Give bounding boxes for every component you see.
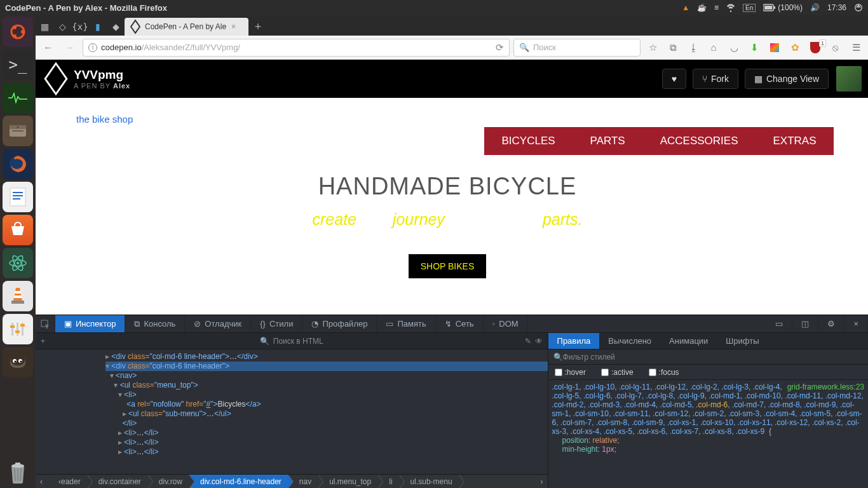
css-rules[interactable]: grid-framework.less:23 .col-lg-1, .col-l… xyxy=(548,380,868,488)
launcher-firefox[interactable] xyxy=(3,149,33,179)
svg-rect-11 xyxy=(12,130,24,132)
pinned-tab-3[interactable]: {x} xyxy=(71,18,89,36)
nav-extras[interactable]: EXTRAS xyxy=(773,135,816,147)
reload-icon[interactable]: ⟳ xyxy=(496,42,504,53)
tab-close-icon[interactable]: × xyxy=(231,22,236,31)
nav-parts[interactable]: PARTS xyxy=(590,135,625,147)
pseudo-hover[interactable]: :hover xyxy=(555,368,586,377)
breadcrumb-next[interactable]: › xyxy=(536,477,548,486)
launcher-files[interactable] xyxy=(3,116,33,146)
tab-memory[interactable]: ▭ Память xyxy=(377,315,435,332)
devtools-dock-icon[interactable]: ◫ xyxy=(792,315,818,332)
change-view-button[interactable]: ▦Change View xyxy=(745,69,829,89)
tab-dom[interactable]: ◦ DOM xyxy=(484,315,528,332)
ext-noscript-icon[interactable]: ⦸ xyxy=(827,42,844,53)
breadcrumb-item[interactable]: ‹eader xyxy=(47,475,87,488)
back-button[interactable]: ← xyxy=(39,39,57,57)
rules-tab-fonts[interactable]: Шрифты xyxy=(717,333,768,349)
wifi-icon[interactable] xyxy=(726,3,735,12)
pinned-tab-5[interactable]: ◆ xyxy=(107,18,125,36)
url-bar[interactable]: i codepen.io/AleksanderZ/full/YVVpmg/ ⟳ xyxy=(83,39,510,57)
pinned-tab-1[interactable]: ▦ xyxy=(36,18,53,36)
pseudo-active[interactable]: :active xyxy=(601,368,634,377)
pinned-tab-2[interactable]: ◇ xyxy=(53,18,71,36)
library-icon[interactable]: ⧉ xyxy=(665,42,681,53)
info-icon[interactable]: i xyxy=(88,43,97,52)
rules-tab-anim[interactable]: Анимации xyxy=(660,333,717,349)
rules-tab-rules[interactable]: Правила xyxy=(548,333,600,349)
pinned-tab-4[interactable]: ▮ xyxy=(89,18,107,36)
home-icon[interactable]: ⌂ xyxy=(705,42,722,53)
edit-html-icon[interactable]: ✎ xyxy=(525,337,531,346)
launcher-atom[interactable] xyxy=(3,248,33,278)
breadcrumb-item[interactable]: ul.sub-menu xyxy=(399,475,459,488)
volume-icon[interactable]: 🔊 xyxy=(810,3,820,12)
launcher-gimp[interactable] xyxy=(3,347,33,377)
launcher-software[interactable] xyxy=(3,215,33,245)
tab-profiler[interactable]: ◔ Профайлер xyxy=(302,315,377,332)
launcher-vlc[interactable] xyxy=(3,281,33,311)
menu-icon[interactable]: ≡ xyxy=(714,3,719,12)
fork-button[interactable]: ⑂Fork xyxy=(693,69,738,89)
rules-tab-computed[interactable]: Вычислено xyxy=(599,333,660,349)
avatar[interactable] xyxy=(836,66,862,92)
battery-indicator[interactable]: (100%) xyxy=(763,3,803,12)
launcher-mixer[interactable] xyxy=(3,314,33,344)
devtools-settings-icon[interactable]: ⚙ xyxy=(818,315,844,332)
caffeine-icon[interactable]: ☕ xyxy=(697,3,707,12)
devtools-close-icon[interactable]: × xyxy=(844,315,868,332)
launcher-ubuntu[interactable] xyxy=(3,17,33,47)
clock[interactable]: 17:36 xyxy=(827,3,846,12)
picker-button[interactable] xyxy=(36,315,55,332)
html-tree[interactable]: ▸ <div class="col-md-6 line-header">…</d… xyxy=(36,349,548,474)
breadcrumb-item-active[interactable]: div.col-md-6.line-header xyxy=(189,475,288,488)
shop-bikes-button[interactable]: SHOP BIKES xyxy=(409,254,487,278)
html-search-bar[interactable]: + 🔍 Поиск в HTML ✎ 👁 xyxy=(36,333,548,349)
nav-bicycles[interactable]: BICYCLES xyxy=(501,135,555,147)
pseudo-focus[interactable]: :focus xyxy=(649,368,679,377)
vlc-tray-icon[interactable]: ▲ xyxy=(682,3,689,12)
styles-filter[interactable]: 🔍 Фильтр стилей xyxy=(548,349,868,365)
ext-arrow-icon[interactable]: ⬇ xyxy=(746,42,763,53)
ublock-icon[interactable]: 1 xyxy=(807,42,824,53)
forward-button[interactable]: → xyxy=(61,39,79,57)
tab-debugger[interactable]: ⊘ Отладчик xyxy=(185,315,251,332)
nav-accessories[interactable]: ACCESSORIES xyxy=(660,135,738,147)
language-indicator[interactable]: En xyxy=(743,4,756,12)
heart-button[interactable]: ♥ xyxy=(662,69,686,89)
rule-source[interactable]: grid-framework.less:23 xyxy=(787,383,864,391)
search-box[interactable]: 🔍 Поиск xyxy=(513,39,641,57)
session-icon[interactable] xyxy=(854,3,863,12)
plus-icon[interactable]: + xyxy=(41,337,45,346)
ext-paw-icon[interactable]: ✿ xyxy=(787,42,803,53)
breadcrumb-prev[interactable]: ‹ xyxy=(36,477,47,486)
tab-network[interactable]: ↯ Сеть xyxy=(436,315,484,332)
pocket-icon[interactable]: ◡ xyxy=(726,42,742,53)
shop-logo-link[interactable]: the bike shop xyxy=(76,114,133,125)
tab-console[interactable]: ⧉ Консоль xyxy=(125,315,185,332)
svg-rect-4 xyxy=(858,5,859,8)
system-menubar: CodePen - A Pen by Alex - Mozilla Firefo… xyxy=(0,0,868,15)
codepen-logo-icon[interactable] xyxy=(44,62,67,95)
bookmark-icon[interactable]: ☆ xyxy=(644,42,661,53)
tab-inspector[interactable]: ▣ Инспектор xyxy=(55,315,125,332)
browser-tabstrip: ▦ ◇ {x} ▮ ◆ CodePen - A Pen by Ale × + xyxy=(36,15,868,36)
launcher-terminal[interactable]: >_ xyxy=(3,50,33,80)
breadcrumb-item[interactable]: div.row xyxy=(147,475,189,488)
launcher-trash[interactable] xyxy=(3,458,33,488)
downloads-icon[interactable]: ⭳ xyxy=(685,42,702,53)
svg-point-32 xyxy=(15,361,17,363)
ext-color-icon[interactable] xyxy=(766,43,783,52)
browser-menu-icon[interactable]: ☰ xyxy=(848,42,864,53)
tab-styles[interactable]: {} Стили xyxy=(251,315,302,332)
launcher-libreoffice[interactable] xyxy=(3,182,33,212)
breadcrumb-item[interactable]: div.container xyxy=(87,475,147,488)
devtools-panel-icon[interactable]: ▭ xyxy=(766,315,792,332)
hero-subtitle: create journey parts. xyxy=(36,210,859,229)
eye-icon[interactable]: 👁 xyxy=(535,337,543,346)
svg-rect-29 xyxy=(15,330,20,333)
tab-active[interactable]: CodePen - A Pen by Ale × xyxy=(125,18,248,36)
new-tab-button[interactable]: + xyxy=(248,18,268,36)
breadcrumb-item[interactable]: ul.menu_top xyxy=(318,475,377,488)
launcher-monitor[interactable] xyxy=(3,83,33,113)
